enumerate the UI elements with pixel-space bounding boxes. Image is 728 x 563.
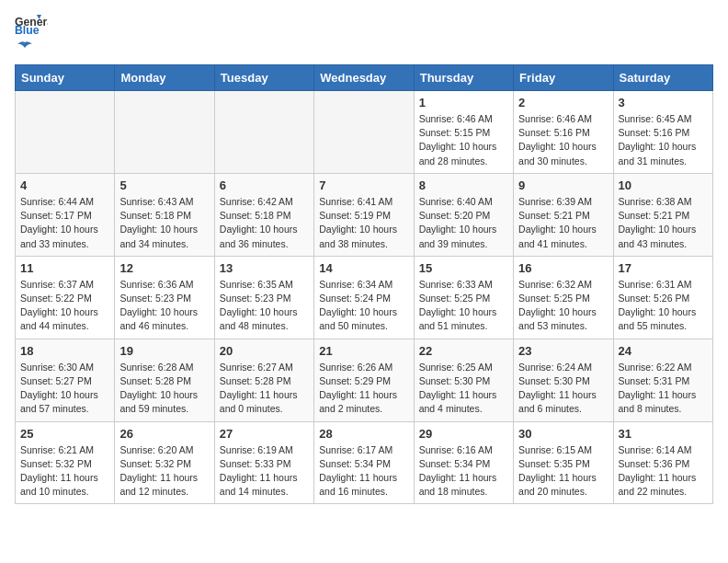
calendar-cell: 29Sunrise: 6:16 AM Sunset: 5:34 PM Dayli… <box>414 421 513 504</box>
calendar-cell: 6Sunrise: 6:42 AM Sunset: 5:18 PM Daylig… <box>214 173 313 256</box>
calendar-cell <box>115 91 214 174</box>
calendar-cell: 16Sunrise: 6:32 AM Sunset: 5:25 PM Dayli… <box>514 256 613 339</box>
day-number: 16 <box>518 261 608 275</box>
header: General Blue <box>15 15 713 57</box>
day-number: 1 <box>419 96 508 109</box>
day-info: Sunrise: 6:33 AM Sunset: 5:25 PM Dayligh… <box>419 278 508 334</box>
weekday-header-friday: Friday <box>514 65 613 91</box>
logo-icon: General Blue <box>15 15 48 35</box>
weekday-header-tuesday: Tuesday <box>214 65 313 91</box>
day-info: Sunrise: 6:25 AM Sunset: 5:30 PM Dayligh… <box>419 361 508 417</box>
day-number: 29 <box>419 427 508 441</box>
day-number: 20 <box>220 344 309 358</box>
calendar-cell: 30Sunrise: 6:15 AM Sunset: 5:35 PM Dayli… <box>514 421 613 504</box>
day-number: 23 <box>518 344 608 358</box>
day-number: 24 <box>619 344 708 358</box>
calendar-body: 1Sunrise: 6:46 AM Sunset: 5:15 PM Daylig… <box>16 91 713 504</box>
week-row-2: 4Sunrise: 6:44 AM Sunset: 5:17 PM Daylig… <box>16 173 713 256</box>
calendar-cell: 31Sunrise: 6:14 AM Sunset: 5:36 PM Dayli… <box>613 421 712 504</box>
calendar-cell <box>214 91 313 174</box>
week-row-1: 1Sunrise: 6:46 AM Sunset: 5:15 PM Daylig… <box>16 91 713 174</box>
day-info: Sunrise: 6:31 AM Sunset: 5:26 PM Dayligh… <box>619 278 708 334</box>
day-number: 7 <box>319 178 408 192</box>
day-info: Sunrise: 6:44 AM Sunset: 5:17 PM Dayligh… <box>20 195 109 251</box>
calendar-cell <box>314 91 414 174</box>
day-info: Sunrise: 6:40 AM Sunset: 5:20 PM Dayligh… <box>419 195 508 251</box>
day-number: 27 <box>220 427 309 441</box>
calendar-cell: 18Sunrise: 6:30 AM Sunset: 5:27 PM Dayli… <box>16 339 115 421</box>
calendar-cell: 26Sunrise: 6:20 AM Sunset: 5:32 PM Dayli… <box>115 421 214 504</box>
day-info: Sunrise: 6:45 AM Sunset: 5:16 PM Dayligh… <box>619 112 708 168</box>
day-info: Sunrise: 6:16 AM Sunset: 5:34 PM Dayligh… <box>419 443 508 500</box>
calendar-cell: 14Sunrise: 6:34 AM Sunset: 5:24 PM Dayli… <box>314 256 414 339</box>
calendar-cell: 21Sunrise: 6:26 AM Sunset: 5:29 PM Dayli… <box>314 339 414 421</box>
calendar-cell <box>16 91 115 174</box>
day-number: 14 <box>319 261 408 275</box>
day-info: Sunrise: 6:35 AM Sunset: 5:23 PM Dayligh… <box>220 278 309 334</box>
calendar-cell: 8Sunrise: 6:40 AM Sunset: 5:20 PM Daylig… <box>414 173 513 256</box>
day-info: Sunrise: 6:21 AM Sunset: 5:32 PM Dayligh… <box>20 443 109 500</box>
day-info: Sunrise: 6:19 AM Sunset: 5:33 PM Dayligh… <box>220 443 309 500</box>
calendar-cell: 5Sunrise: 6:43 AM Sunset: 5:18 PM Daylig… <box>115 173 214 256</box>
day-info: Sunrise: 6:26 AM Sunset: 5:29 PM Dayligh… <box>319 361 408 417</box>
weekday-header-saturday: Saturday <box>613 65 712 91</box>
calendar-cell: 27Sunrise: 6:19 AM Sunset: 5:33 PM Dayli… <box>214 421 313 504</box>
day-number: 30 <box>518 427 608 441</box>
calendar-cell: 23Sunrise: 6:24 AM Sunset: 5:30 PM Dayli… <box>514 339 613 421</box>
week-row-3: 11Sunrise: 6:37 AM Sunset: 5:22 PM Dayli… <box>16 256 713 339</box>
day-info: Sunrise: 6:41 AM Sunset: 5:19 PM Dayligh… <box>319 195 408 251</box>
day-number: 11 <box>20 261 109 275</box>
day-number: 3 <box>619 96 708 109</box>
day-number: 2 <box>518 96 608 109</box>
day-number: 15 <box>419 261 508 275</box>
day-number: 18 <box>20 344 109 358</box>
calendar-cell: 24Sunrise: 6:22 AM Sunset: 5:31 PM Dayli… <box>613 339 712 421</box>
day-info: Sunrise: 6:34 AM Sunset: 5:24 PM Dayligh… <box>319 278 408 334</box>
day-number: 5 <box>119 178 209 192</box>
calendar-cell: 22Sunrise: 6:25 AM Sunset: 5:30 PM Dayli… <box>414 339 513 421</box>
calendar-cell: 9Sunrise: 6:39 AM Sunset: 5:21 PM Daylig… <box>514 173 613 256</box>
calendar-cell: 28Sunrise: 6:17 AM Sunset: 5:34 PM Dayli… <box>314 421 414 504</box>
calendar-table: SundayMondayTuesdayWednesdayThursdayFrid… <box>15 64 713 504</box>
svg-text:Blue: Blue <box>15 24 40 35</box>
day-info: Sunrise: 6:30 AM Sunset: 5:27 PM Dayligh… <box>20 361 109 417</box>
day-number: 31 <box>619 427 708 441</box>
weekday-header-thursday: Thursday <box>414 65 513 91</box>
weekday-header-wednesday: Wednesday <box>314 65 414 91</box>
calendar-cell: 20Sunrise: 6:27 AM Sunset: 5:28 PM Dayli… <box>214 339 313 421</box>
day-number: 28 <box>319 427 408 441</box>
day-info: Sunrise: 6:38 AM Sunset: 5:21 PM Dayligh… <box>619 195 708 251</box>
day-info: Sunrise: 6:20 AM Sunset: 5:32 PM Dayligh… <box>119 443 209 500</box>
calendar-cell: 10Sunrise: 6:38 AM Sunset: 5:21 PM Dayli… <box>613 173 712 256</box>
day-info: Sunrise: 6:43 AM Sunset: 5:18 PM Dayligh… <box>119 195 209 251</box>
week-row-4: 18Sunrise: 6:30 AM Sunset: 5:27 PM Dayli… <box>16 339 713 421</box>
calendar-cell: 25Sunrise: 6:21 AM Sunset: 5:32 PM Dayli… <box>16 421 115 504</box>
day-info: Sunrise: 6:32 AM Sunset: 5:25 PM Dayligh… <box>518 278 608 334</box>
calendar-cell: 19Sunrise: 6:28 AM Sunset: 5:28 PM Dayli… <box>115 339 214 421</box>
day-number: 10 <box>619 178 708 192</box>
day-info: Sunrise: 6:37 AM Sunset: 5:22 PM Dayligh… <box>20 278 109 334</box>
day-info: Sunrise: 6:36 AM Sunset: 5:23 PM Dayligh… <box>119 278 209 334</box>
day-number: 22 <box>419 344 508 358</box>
day-info: Sunrise: 6:17 AM Sunset: 5:34 PM Dayligh… <box>319 443 408 500</box>
calendar-cell: 11Sunrise: 6:37 AM Sunset: 5:22 PM Dayli… <box>16 256 115 339</box>
day-info: Sunrise: 6:24 AM Sunset: 5:30 PM Dayligh… <box>518 361 608 417</box>
day-number: 19 <box>119 344 209 358</box>
calendar-cell: 3Sunrise: 6:45 AM Sunset: 5:16 PM Daylig… <box>613 91 712 174</box>
calendar-cell: 4Sunrise: 6:44 AM Sunset: 5:17 PM Daylig… <box>16 173 115 256</box>
weekday-header-sunday: Sunday <box>16 65 115 91</box>
day-number: 4 <box>20 178 109 192</box>
week-row-5: 25Sunrise: 6:21 AM Sunset: 5:32 PM Dayli… <box>16 421 713 504</box>
day-info: Sunrise: 6:14 AM Sunset: 5:36 PM Dayligh… <box>619 443 708 500</box>
logo-bird-icon <box>16 40 34 57</box>
day-info: Sunrise: 6:46 AM Sunset: 5:15 PM Dayligh… <box>419 112 508 168</box>
day-info: Sunrise: 6:46 AM Sunset: 5:16 PM Dayligh… <box>518 112 608 168</box>
day-number: 26 <box>119 427 209 441</box>
calendar-cell: 1Sunrise: 6:46 AM Sunset: 5:15 PM Daylig… <box>414 91 513 174</box>
day-number: 6 <box>220 178 309 192</box>
day-number: 13 <box>220 261 309 275</box>
calendar-cell: 12Sunrise: 6:36 AM Sunset: 5:23 PM Dayli… <box>115 256 214 339</box>
logo: General Blue <box>15 15 48 57</box>
day-info: Sunrise: 6:15 AM Sunset: 5:35 PM Dayligh… <box>518 443 608 500</box>
day-number: 9 <box>518 178 608 192</box>
